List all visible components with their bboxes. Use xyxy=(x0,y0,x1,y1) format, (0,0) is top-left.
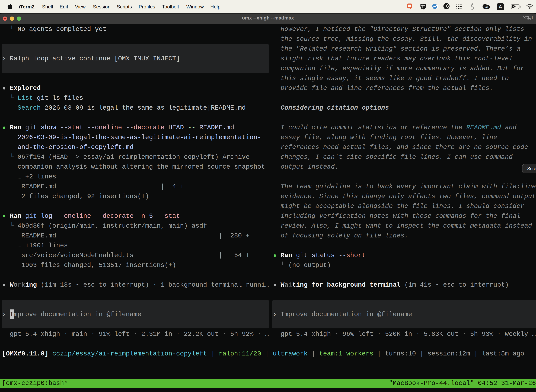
svg-text:..61: ..61 xyxy=(484,6,488,9)
svg-text:1: 1 xyxy=(531,16,533,20)
